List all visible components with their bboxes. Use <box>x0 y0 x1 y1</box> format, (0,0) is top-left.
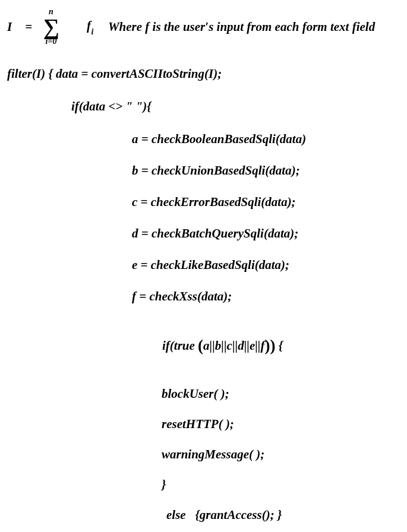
eq-summand: fi <box>67 4 94 50</box>
close-paren-outer: ) <box>270 337 275 354</box>
sigma-lower: i=0 <box>46 37 57 46</box>
eq-f: f <box>87 18 92 33</box>
code-line-b: b = checkUnionBasedSqli(data); <box>7 163 400 178</box>
code-line-d: d = checkBatchQuerySqli(data); <box>7 226 400 241</box>
code-line-e: e = checkLikeBasedSqli(data); <box>7 258 400 273</box>
if-true-brace: { <box>279 338 283 353</box>
pseudocode-figure: I = n ∑ i=0 fi Where f is the user′s inp… <box>0 0 407 532</box>
eq-f-subscript: i <box>92 27 94 36</box>
open-paren: ( <box>198 337 203 354</box>
code-line-if-true: if(true (a||b||c||d||e||f)) { <box>7 321 400 369</box>
sigma-symbol: ∑ <box>43 16 59 37</box>
if-true-pre: if(true <box>162 338 198 353</box>
equation-line: I = n ∑ i=0 fi Where f is the user′s inp… <box>7 4 400 50</box>
code-line-warn: warningMessage( ); <box>7 447 400 462</box>
code-line-c: c = checkErrorBasedSqli(data); <box>7 195 400 210</box>
code-line-f: f = checkXss(data); <box>7 289 400 304</box>
eq-equals: = <box>21 20 36 34</box>
code-line-else: else {grantAccess(); } <box>7 508 400 522</box>
eq-lhs: I <box>7 20 15 34</box>
code-line-filter: filter(I) { data = convertASCIItoString(… <box>7 66 400 81</box>
if-true-cond: a||b||c||d||e||f <box>203 338 264 353</box>
eq-caption: Where f is the user′s input from each fo… <box>108 20 375 34</box>
code-line-block: blockUser( ); <box>7 387 400 401</box>
code-line-a: a = checkBooleanBasedSqli(data) <box>7 132 400 147</box>
code-line-if-data: if(data <> " "){ <box>7 99 400 114</box>
sigma: n ∑ i=0 <box>43 8 59 46</box>
code-line-close-inner: } <box>7 477 400 492</box>
code-line-reset: resetHTTP( ); <box>7 417 400 432</box>
